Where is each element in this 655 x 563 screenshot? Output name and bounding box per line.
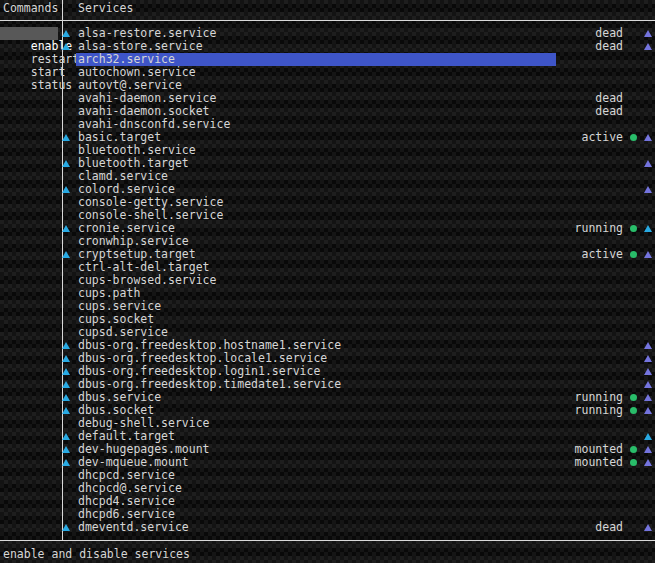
state-triangle-icon	[644, 433, 652, 440]
active-dot-icon	[630, 446, 637, 453]
app-window: Commands Services enable restart start s…	[0, 0, 655, 563]
state-triangle-icon	[644, 30, 652, 37]
state-triangle-icon	[644, 368, 652, 375]
service-name: dmeventd.service	[78, 521, 189, 534]
state-triangle-icon	[644, 43, 652, 50]
active-dot-icon	[630, 251, 637, 258]
header-divider	[0, 20, 655, 21]
services-column-header: Services	[78, 2, 133, 15]
enabled-triangle-icon	[62, 251, 70, 258]
state-triangle-icon	[644, 459, 652, 466]
state-triangle-icon	[644, 134, 652, 141]
enabled-triangle-icon	[62, 43, 70, 50]
state-triangle-icon	[644, 186, 652, 193]
service-row[interactable]: dmeventd.service dead	[0, 521, 655, 534]
enabled-triangle-icon	[62, 524, 70, 531]
service-status: active	[581, 248, 623, 261]
state-triangle-icon	[644, 524, 652, 531]
enabled-triangle-icon	[62, 446, 70, 453]
enabled-triangle-icon	[62, 407, 70, 414]
state-triangle-icon	[644, 355, 652, 362]
enabled-triangle-icon	[62, 381, 70, 388]
active-dot-icon	[630, 134, 637, 141]
state-triangle-icon	[644, 251, 652, 258]
enabled-triangle-icon	[62, 160, 70, 167]
service-status: active	[581, 131, 623, 144]
service-status: running	[575, 222, 623, 235]
enabled-triangle-icon	[62, 30, 70, 37]
service-status: dead	[595, 40, 623, 53]
enabled-triangle-icon	[62, 134, 70, 141]
enabled-triangle-icon	[62, 355, 70, 362]
active-dot-icon	[630, 394, 637, 401]
enabled-triangle-icon	[62, 394, 70, 401]
state-triangle-icon	[644, 446, 652, 453]
enabled-triangle-icon	[62, 368, 70, 375]
service-status: mounted	[575, 456, 623, 469]
state-triangle-icon	[644, 342, 652, 349]
enabled-triangle-icon	[62, 186, 70, 193]
active-dot-icon	[630, 459, 637, 466]
services-list: alsa-restore.service dead alsa-store.ser…	[0, 27, 655, 534]
enabled-triangle-icon	[62, 459, 70, 466]
commands-column-header: Commands	[3, 2, 58, 15]
enabled-triangle-icon	[62, 433, 70, 440]
service-status: running	[575, 404, 623, 417]
enabled-triangle-icon	[62, 225, 70, 232]
service-status: dead	[595, 105, 623, 118]
state-triangle-icon	[644, 160, 652, 167]
service-status: dead	[595, 521, 623, 534]
footer-divider	[0, 540, 655, 541]
active-dot-icon	[630, 225, 637, 232]
active-dot-icon	[630, 407, 637, 414]
status-bar-text: enable and disable services	[3, 548, 190, 561]
state-triangle-icon	[644, 394, 652, 401]
state-triangle-icon	[644, 225, 652, 232]
state-triangle-icon	[644, 407, 652, 414]
enabled-triangle-icon	[62, 342, 70, 349]
state-triangle-icon	[644, 381, 652, 388]
